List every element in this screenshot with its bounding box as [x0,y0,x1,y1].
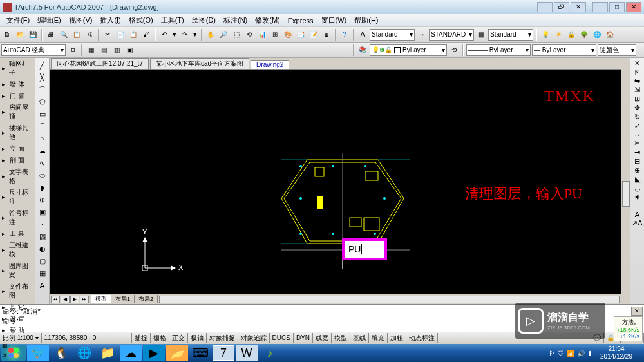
trim-icon[interactable]: ✂ [634,139,640,148]
layer-props-icon[interactable]: 📚 [357,44,368,56]
redo-dropdown[interactable]: ▾ [192,30,198,39]
spline-icon[interactable]: ∿ [37,157,48,169]
ellipsearc-icon[interactable]: ◗ [37,182,48,193]
model-toggle[interactable]: 模型 [332,333,350,343]
pin-folder2-icon[interactable]: 📂 [166,345,188,361]
array-icon[interactable]: ⊞ [634,95,640,103]
sun-icon[interactable]: ☀ [553,29,564,41]
tray-vol-icon[interactable]: 🔊 [577,350,585,357]
nav-next-icon[interactable]: ▶ [70,296,79,303]
line-icon[interactable]: ╱ [37,59,48,71]
preview-icon[interactable]: 🔍 [58,29,70,41]
extend-icon[interactable]: ⇥ [634,148,640,157]
fill-toggle[interactable]: 填充 [369,333,388,343]
restore-button[interactable]: 🗗 [554,2,569,12]
ducs-toggle[interactable]: DUCS [270,333,294,343]
osnap-toggle[interactable]: 对象捕捉 [207,333,238,343]
drawing-canvas[interactable]: TMXK 清理图层，输入PU [50,70,621,294]
menu-format[interactable]: 格式(O) [125,15,157,25]
pin-keyboard-icon[interactable]: ⌨ [189,345,211,361]
menu-draw[interactable]: 绘图(D) [188,15,220,25]
tab-2[interactable]: Drawing2 [251,60,289,69]
tree-symbol[interactable]: ▸符号标注 [0,207,35,228]
taskbar-clock[interactable]: 21:54 2014/12/29 [596,345,636,361]
explode-icon[interactable]: ✷ [634,193,640,202]
pin-cloud-icon[interactable]: ☁ [120,345,142,361]
xline-icon[interactable]: ╳ [37,71,48,83]
block-icon[interactable]: ▣ [37,206,48,218]
tray-misc-icon[interactable]: ⬆ [587,350,592,357]
arc-icon[interactable]: ⌒ [37,120,48,132]
pin-player-icon[interactable]: ▶ [143,345,165,361]
table-icon[interactable]: ▦ [37,267,48,279]
menu-insert[interactable]: 插入(I) [96,15,124,25]
offset-icon[interactable]: ⇲ [634,86,640,94]
nav-last-icon[interactable]: ⏭ [80,296,89,303]
menu-express[interactable]: Express [284,17,317,24]
hatch-icon[interactable]: ▨ [37,231,48,242]
layer-prev-icon[interactable]: ⟲ [448,44,460,56]
break-icon[interactable]: ⊟ [634,157,640,166]
tree-tools[interactable]: ▸工 具 [0,228,35,240]
tree-setting[interactable]: ▸设 置 [0,313,35,325]
layer-select[interactable]: 💡❄🔒ByLayer▾ [370,44,447,56]
menu-dim[interactable]: 标注(N) [220,15,251,25]
dyn-toggle[interactable]: DYN [294,333,313,343]
menu-edit[interactable]: 编辑(E) [33,15,65,25]
insert-icon[interactable]: ⊕ [37,194,48,205]
print-icon[interactable]: 🖶 [45,29,57,41]
dynamic-input[interactable]: PU [342,238,387,260]
tree-room[interactable]: ▸房间屋顶 [0,102,35,122]
layout-2[interactable]: 布局2 [135,295,158,303]
match-icon[interactable]: 🖌 [140,29,152,41]
color-select[interactable]: 随颜色▾ [598,44,636,56]
publish-icon[interactable]: 📋 [71,29,82,41]
menu-help[interactable]: 帮助(H) [350,15,382,25]
bold-toggle[interactable]: 加粗 [388,333,406,343]
show-desktop-button[interactable] [638,345,643,361]
move-icon[interactable]: ✥ [634,104,640,112]
fillet-icon[interactable]: ◡ [634,184,641,193]
lwt-toggle[interactable]: 线宽 [313,333,332,343]
rect-icon[interactable]: ▭ [37,108,48,120]
tree-wall[interactable]: ▸墙 体 [0,79,35,90]
open-icon[interactable]: 📂 [14,29,26,41]
layout-model[interactable]: 模型 [91,295,111,303]
menu-view[interactable]: 视图(V) [65,15,97,25]
dcenter-icon[interactable]: ⊞ [269,29,281,41]
pline-icon[interactable]: ⌒ [37,84,48,95]
copy-icon[interactable]: 📄 [115,29,126,41]
tray-shield-icon[interactable]: 🛡 [558,350,564,357]
otrack-toggle[interactable]: 对象追踪 [238,333,270,343]
dimstyle-icon[interactable]: ↔ [416,29,428,41]
mirror-icon[interactable]: ⇋ [634,77,640,85]
tool-d-icon[interactable]: ▣ [124,44,135,56]
redo-icon[interactable]: ↷ [179,29,191,41]
new-icon[interactable]: 🗎 [1,29,13,41]
linetype-select[interactable]: ——— ByLayer▾ [466,44,531,56]
base-toggle[interactable]: 基线 [350,333,369,343]
pin-explorer-icon[interactable]: 📁 [97,345,118,361]
polygon-icon[interactable]: ⬠ [37,96,48,108]
dim-style-select[interactable]: STANDARD▾ [429,29,474,41]
vscrollbar[interactable] [621,58,630,304]
tree-3d[interactable]: ▸三维建模 [0,240,35,260]
rotate-icon[interactable]: ↻ [634,113,640,121]
cut-icon[interactable]: ✂ [102,29,113,41]
bulb-icon[interactable]: 💡 [540,29,551,41]
tool-c-icon[interactable]: ▥ [111,44,122,56]
ortho-toggle[interactable]: 正交 [169,333,188,343]
dyndim-toggle[interactable]: 动态标注 [406,333,438,343]
tab-0[interactable]: 同心花园6#施工图12.07.21_t7 [51,58,149,69]
erase-icon[interactable]: ✕ [634,59,640,68]
tree-compact-icon[interactable]: ⇲ [0,350,35,359]
workspace-select[interactable]: AutoCAD 经典▾ [1,44,66,56]
tree-other[interactable]: ▸其 它 [0,301,35,313]
undo-icon[interactable]: ↶ [158,29,170,41]
point-icon[interactable]: · [37,218,48,230]
textstyle-a-icon[interactable]: A [357,29,368,41]
tool-b-icon[interactable]: ▤ [98,44,109,56]
lineweight-select[interactable]: — ByLayer▾ [532,44,596,56]
cmdpanel-close-icon[interactable]: ✕ [631,307,643,316]
text-arrow-icon[interactable]: ↗A [632,219,642,227]
